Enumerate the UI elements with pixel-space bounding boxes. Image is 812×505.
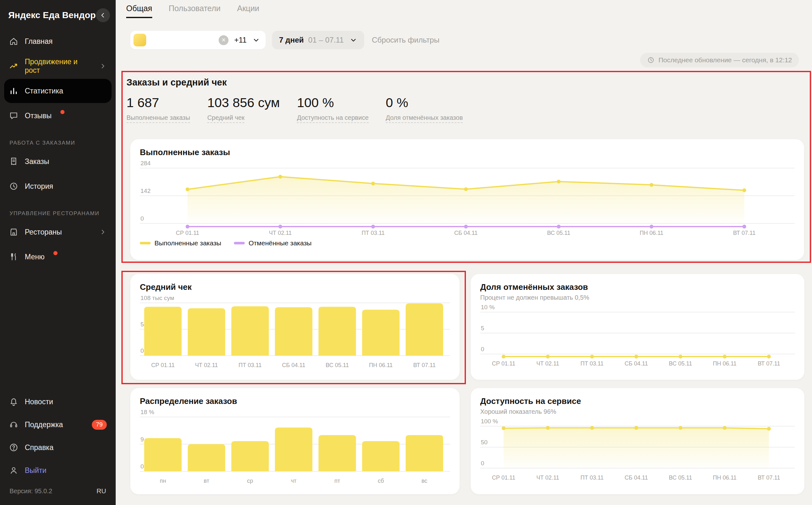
- history-icon: [9, 181, 18, 191]
- svg-text:0: 0: [141, 347, 144, 354]
- chart-cancelled-share: 10 %50СР 01.11ЧТ 02.11ПТ 03.11СБ 04.11ВС…: [480, 303, 795, 369]
- sidebar-section-restaurants: УПРАВЛЕНИЕ РЕСТОРАНАМИ Рестораны Меню: [0, 199, 116, 270]
- svg-text:ВС 05.11: ВС 05.11: [669, 360, 692, 367]
- svg-text:ВС 05.11: ВС 05.11: [547, 230, 570, 236]
- svg-text:ЧТ 02.11: ЧТ 02.11: [536, 360, 559, 367]
- svg-text:ВТ 07.11: ВТ 07.11: [733, 230, 756, 236]
- section-header: РАБОТА С ЗАКАЗАМИ: [10, 140, 116, 146]
- reset-filters-button[interactable]: Сбросить фильтры: [372, 36, 440, 44]
- svg-text:пн: пн: [160, 478, 166, 484]
- chat-icon: [9, 111, 18, 121]
- selected-more-count: +11: [234, 36, 247, 44]
- chart-legend: Выполненные заказы Отменённые заказы: [140, 239, 795, 247]
- card-completed-orders: Выполненные заказы 2841420СР 01.11ЧТ 02.…: [130, 139, 804, 260]
- clear-selection-button[interactable]: ×: [219, 35, 228, 45]
- sidebar-item-label: Заказы: [25, 157, 49, 166]
- sidebar-item-label: Рестораны: [25, 228, 62, 236]
- svg-text:ПТ 03.11: ПТ 03.11: [362, 230, 385, 236]
- svg-text:50: 50: [481, 439, 488, 446]
- sidebar-item-help[interactable]: Справка: [4, 436, 112, 459]
- restaurant-logo: [134, 34, 146, 46]
- kpi-label[interactable]: Выполненные заказы: [127, 114, 190, 123]
- tab-promotions[interactable]: Акции: [237, 4, 259, 18]
- svg-text:ПН 06.11: ПН 06.11: [640, 230, 664, 236]
- svg-text:сб: сб: [378, 478, 384, 484]
- bell-icon: [9, 397, 18, 406]
- svg-text:ВТ 07.11: ВТ 07.11: [758, 475, 780, 481]
- svg-text:ЧТ 02.11: ЧТ 02.11: [536, 475, 559, 481]
- sidebar-item-reviews[interactable]: Отзывы: [4, 104, 112, 128]
- overview-section-title: Заказы и средний чек: [127, 77, 227, 88]
- version-label: Версия: 95.0.2: [10, 488, 52, 495]
- receipt-icon: [9, 157, 18, 166]
- svg-text:0: 0: [481, 346, 484, 352]
- kpi-value: 0 %: [386, 95, 463, 110]
- notification-dot: [60, 110, 64, 114]
- card-orders-distribution: Распределение заказов 18 %90пнвтсрчтптсб…: [130, 388, 460, 494]
- sidebar-item-menu[interactable]: Меню: [4, 245, 112, 269]
- svg-text:ВС 05.11: ВС 05.11: [669, 475, 692, 481]
- svg-text:ВТ 07.11: ВТ 07.11: [758, 360, 780, 367]
- restaurant-select[interactable]: × +11: [130, 31, 266, 49]
- sidebar-header: Яндекс Еда Вендор: [0, 0, 116, 29]
- app-root: Яндекс Еда Вендор Главная Продвижение и …: [0, 0, 812, 505]
- kpi-label[interactable]: Средний чек: [207, 114, 245, 123]
- app-title: Яндекс Еда Вендор: [8, 10, 96, 20]
- svg-text:0: 0: [141, 463, 144, 470]
- chevron-right-icon: [99, 62, 107, 70]
- sidebar-item-support[interactable]: Поддержка 79: [4, 413, 112, 436]
- sidebar-item-promotion[interactable]: Продвижение и рост: [4, 54, 112, 78]
- sidebar-section-orders: РАБОТА С ЗАКАЗАМИ Заказы История: [0, 128, 116, 199]
- kpi-completed-orders: 1 687 Выполненные заказы: [127, 95, 190, 123]
- svg-text:СР 01.11: СР 01.11: [492, 360, 515, 367]
- chevron-down-icon: [350, 36, 357, 44]
- svg-text:СБ 04.11: СБ 04.11: [625, 475, 648, 481]
- sidebar-item-home[interactable]: Главная: [4, 29, 112, 53]
- svg-text:ср: ср: [247, 478, 253, 484]
- sidebar-footer: Версия: 95.0.2 RU: [0, 482, 116, 503]
- svg-text:вт: вт: [204, 478, 209, 484]
- chevron-left-icon: [99, 11, 107, 19]
- sidebar-item-orders[interactable]: Заказы: [4, 149, 112, 174]
- period-filter[interactable]: 7 дней 01 – 07.11: [272, 31, 364, 49]
- sidebar-bottom-nav: Новости Поддержка 79 Справка Выйти Верси…: [0, 390, 116, 505]
- svg-text:СБ 04.11: СБ 04.11: [625, 360, 648, 367]
- sidebar-item-news[interactable]: Новости: [4, 390, 112, 413]
- logout-button[interactable]: Выйти: [4, 459, 112, 482]
- card-title: Доля отменённых заказов: [480, 282, 795, 292]
- bar-chart-icon: [9, 86, 18, 96]
- chart-completed-orders: 2841420СР 01.11ЧТ 02.11ПТ 03.11СБ 04.11В…: [140, 159, 795, 238]
- sidebar-collapse-button[interactable]: [96, 8, 110, 22]
- svg-text:пт: пт: [334, 478, 340, 484]
- svg-text:100 %: 100 %: [481, 418, 498, 425]
- sidebar-item-label: Меню: [25, 252, 44, 261]
- kpi-average-check: 103 856 сум Средний чек: [207, 95, 280, 123]
- svg-text:18 %: 18 %: [141, 409, 154, 415]
- chart-average-check: 108 тыс сум54 тыс0СР 01.11ЧТ 02.11ПТ 03.…: [140, 294, 450, 370]
- svg-text:СР 01.11: СР 01.11: [151, 362, 175, 368]
- svg-text:0: 0: [141, 215, 144, 222]
- tab-general[interactable]: Общая: [126, 4, 152, 18]
- sidebar-item-restaurants[interactable]: Рестораны: [4, 220, 112, 244]
- svg-text:СР 01.11: СР 01.11: [176, 230, 199, 236]
- svg-text:ПТ 03.11: ПТ 03.11: [239, 362, 262, 368]
- sidebar-item-statistics[interactable]: Статистика: [4, 79, 112, 103]
- kpi-value: 103 856 сум: [207, 95, 280, 110]
- card-average-check: Средний чек 108 тыс сум54 тыс0СР 01.11ЧТ…: [130, 274, 460, 380]
- home-icon: [9, 36, 18, 46]
- last-update-pill: Последнее обновление — сегодня, в 12:12: [640, 53, 799, 67]
- card-title: Средний чек: [140, 282, 450, 292]
- chevron-down-icon[interactable]: [252, 36, 260, 44]
- help-icon: [9, 443, 18, 452]
- kpi-value: 100 %: [297, 95, 368, 110]
- legend-label: Отменённые заказы: [249, 239, 311, 247]
- svg-text:СБ 04.11: СБ 04.11: [454, 230, 478, 236]
- svg-text:вс: вс: [422, 478, 427, 484]
- tab-users[interactable]: Пользователи: [169, 4, 220, 18]
- sidebar-item-label: Поддержка: [25, 420, 63, 429]
- period-label: 7 дней: [279, 36, 304, 44]
- language-switch[interactable]: RU: [97, 487, 106, 495]
- kpi-label[interactable]: Доля отменённых заказов: [386, 114, 463, 123]
- kpi-label[interactable]: Доступность на сервисе: [297, 114, 368, 123]
- sidebar-item-history[interactable]: История: [4, 174, 112, 198]
